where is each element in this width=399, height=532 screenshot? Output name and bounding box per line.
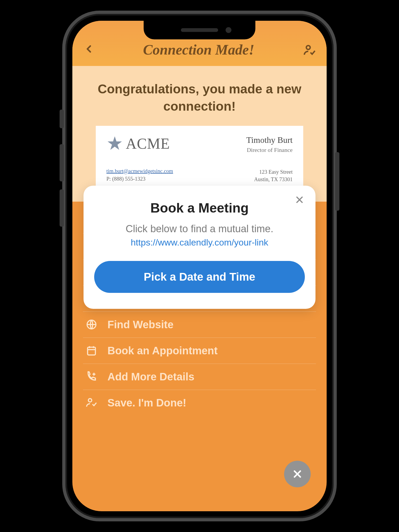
mute-switch (60, 110, 64, 128)
book-meeting-modal: Book a Meeting Click below to find a mut… (84, 186, 315, 309)
modal-button-label: Pick a Date and Time (144, 271, 255, 283)
power-button (335, 152, 339, 211)
notch (144, 21, 255, 39)
screen: Connection Made! Congratulations, you ma… (72, 21, 327, 511)
volume-down-button (60, 189, 64, 227)
front-camera (226, 27, 231, 33)
modal-subtitle: Click below to find a mutual time. (94, 223, 305, 235)
close-icon (294, 194, 305, 205)
speaker-grille (181, 28, 218, 32)
modal-title: Book a Meeting (94, 200, 305, 216)
phone-frame: Connection Made! Congratulations, you ma… (62, 11, 337, 521)
pick-date-time-button[interactable]: Pick a Date and Time (94, 261, 305, 293)
volume-up-button (60, 144, 64, 181)
modal-close-button[interactable] (294, 194, 305, 208)
modal-link[interactable]: https://www.calendly.com/your-link (94, 237, 305, 248)
